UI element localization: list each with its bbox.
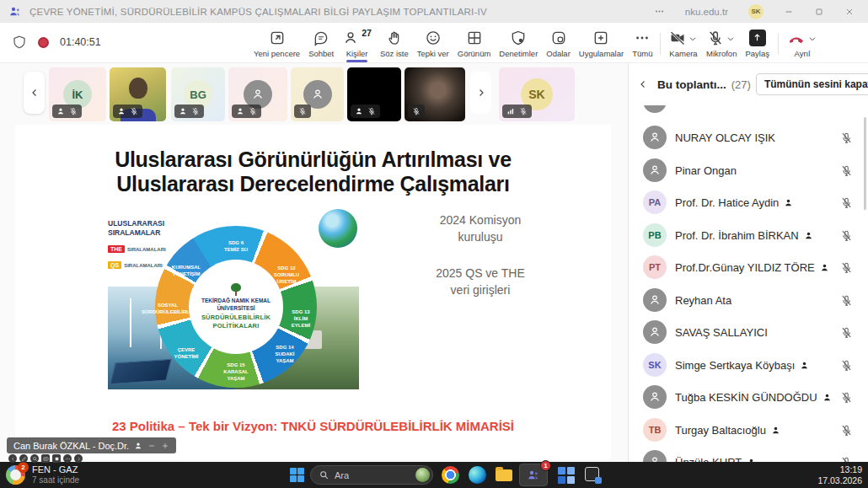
participant-mic-muted-icon[interactable] — [840, 294, 853, 307]
leave-chevron-icon[interactable] — [807, 34, 817, 44]
presenter-person-icon — [134, 442, 142, 450]
shared-presentation-slide: Uluslararası Görünürlüğün Artırılması ve… — [15, 125, 611, 459]
participant-row[interactable]: PB Prof. Dr. İbrahim BİRKAN — [629, 219, 868, 251]
participant-tile-video[interactable] — [405, 67, 465, 121]
search-daily-image — [415, 468, 430, 482]
participant-tile[interactable]: SK — [499, 67, 575, 121]
annot-pen-icon[interactable] — [19, 454, 28, 463]
participant-row[interactable]: TB Turgay Baltacıoğlu — [629, 414, 868, 446]
participant-mic-muted-icon[interactable] — [840, 261, 853, 274]
panel-back-icon[interactable] — [637, 78, 649, 90]
titlebar-more-icon[interactable] — [654, 6, 665, 17]
participant-mic-muted-icon[interactable] — [840, 359, 853, 372]
chat-button[interactable]: Sohbet — [304, 24, 338, 62]
participant-row[interactable]: SK Simge Sertkaya Köybaşı — [629, 349, 868, 381]
panel-scrollbar[interactable] — [864, 117, 866, 210]
participant-mic-muted-icon[interactable] — [840, 229, 853, 242]
participant-mic-muted-icon[interactable] — [840, 164, 853, 177]
participant-row[interactable]: SAVAŞ SALLAYICI — [629, 316, 868, 348]
snipping-tool-icon[interactable] — [585, 467, 599, 481]
participant-mic-muted-icon[interactable] — [840, 456, 853, 463]
participant-tile[interactable] — [228, 67, 287, 121]
minimize-button[interactable] — [784, 7, 794, 17]
microphone-button[interactable]: Mikrofon — [702, 24, 741, 62]
participant-row[interactable]: PT Prof.Dr.Günay YILDIZ TÖRE — [629, 251, 868, 283]
participant-name: NURAY OLCAY IŞIK — [675, 131, 775, 144]
weather-widget[interactable]: 2 FEN - GAZ 7 saat içinde — [6, 464, 79, 485]
more-options-button[interactable]: Tümü — [628, 24, 656, 62]
participant-row[interactable]: Reyhan Ata — [629, 284, 868, 316]
maximize-button[interactable] — [814, 7, 824, 17]
start-button[interactable] — [290, 468, 304, 482]
chrome-icon[interactable] — [442, 466, 459, 484]
button-label: Ayrıl — [795, 49, 811, 58]
apps-button[interactable]: Uygulamalar — [575, 24, 628, 62]
new-window-button[interactable]: Yeni pencere — [249, 24, 304, 62]
participant-tile[interactable] — [291, 67, 344, 121]
leave-button[interactable]: Ayrıl — [783, 24, 822, 62]
mute-all-button[interactable]: Tümünün sesini kapat — [756, 73, 868, 95]
button-label: Sohbet — [308, 49, 334, 58]
slide-title: Uluslararası Görünürlüğün Artırılması ve… — [15, 147, 611, 196]
window-titlebar: ÇEVRE YÖNETİMİ, SÜRDÜRÜLEBİLİR KAMPÜS ÇA… — [0, 0, 868, 23]
annot-zoom-icon[interactable] — [30, 454, 39, 463]
controls-button[interactable]: Denetimler — [495, 24, 542, 62]
annot-more-icon[interactable] — [63, 454, 72, 463]
filmstrip-next-button[interactable] — [470, 72, 491, 114]
qs-logo: QS — [108, 261, 121, 269]
view-button[interactable]: Görünüm — [453, 24, 496, 62]
participant-avatar: PA — [643, 190, 667, 214]
button-label: Tepki ver — [417, 49, 449, 58]
file-explorer-icon[interactable] — [496, 469, 512, 481]
close-window-button[interactable] — [844, 7, 855, 17]
react-button[interactable]: Tepki ver — [413, 24, 453, 62]
people-button[interactable]: 27 Kişiler — [338, 24, 376, 62]
participant-tile-camera-off[interactable] — [347, 67, 401, 121]
participant-mic-muted-icon[interactable] — [840, 131, 853, 144]
breakout-rooms-icon — [550, 29, 567, 46]
participant-row[interactable]: Ünzüle KURT — [629, 446, 868, 462]
camera-off-icon — [669, 29, 686, 46]
participant-row[interactable]: PA Prof. Dr. Hatice Aydin — [629, 186, 868, 218]
microphone-chevron-icon[interactable] — [726, 34, 736, 44]
account-domain: nku.edu.tr — [685, 7, 728, 17]
filmstrip-prev-button[interactable] — [24, 72, 45, 114]
participant-mic-muted-icon[interactable] — [840, 196, 853, 209]
segment-cevre: ÇEVRE YÖNETİMİ — [160, 346, 212, 360]
annot-next-icon[interactable] — [74, 454, 83, 463]
share-button[interactable]: Paylaş — [741, 24, 774, 62]
edge-icon[interactable] — [469, 466, 486, 484]
button-label: Tümü — [632, 49, 652, 58]
participant-mic-muted-icon[interactable] — [840, 326, 853, 339]
taskbar-clock[interactable]: 13:19 17.03.2026 — [817, 464, 862, 486]
search-placeholder: Ara — [335, 470, 410, 480]
camera-chevron-icon[interactable] — [688, 34, 698, 44]
participant-row[interactable]: Tuğba KESKİN GÜNDOĞDU — [629, 381, 868, 413]
rooms-button[interactable]: Odalar — [542, 24, 575, 62]
account-avatar[interactable]: SK — [748, 4, 764, 19]
raise-hand-button[interactable]: Söz iste — [376, 24, 413, 62]
office-app-icon[interactable] — [558, 467, 576, 485]
participant-video-face — [129, 78, 147, 99]
recording-indicator-icon — [38, 37, 49, 48]
annot-stop-icon[interactable] — [52, 454, 61, 463]
camera-button[interactable]: Kamera — [665, 24, 702, 62]
participant-row[interactable]: NURAY OLCAY IŞIK — [629, 121, 868, 153]
earth-globe-image — [319, 209, 357, 248]
annot-prev-icon[interactable] — [8, 454, 17, 463]
zoom-out-button[interactable] — [147, 442, 156, 450]
teams-taskbar-icon[interactable]: 1 — [519, 464, 548, 486]
taskbar-search-box[interactable]: Ara — [310, 465, 433, 485]
participant-tile-video[interactable] — [110, 67, 166, 121]
zoom-in-button[interactable] — [161, 442, 169, 450]
annot-cc-icon[interactable] — [41, 454, 50, 463]
participant-row[interactable]: Pinar Ongan — [629, 154, 868, 186]
international-rankings-block: ULUSLARARASI SIRALAMALAR THE SIRALAMALAR… — [108, 219, 165, 269]
the-rankings-label: SIRALAMALARI — [127, 247, 166, 252]
participant-tile[interactable]: BG — [171, 67, 225, 121]
participant-mic-muted-icon[interactable] — [840, 424, 853, 437]
participant-mic-muted-icon[interactable] — [840, 391, 853, 404]
participant-tile[interactable]: İK — [49, 67, 106, 121]
participant-avatar — [643, 126, 667, 149]
widget-gauge-icon: 2 — [6, 465, 25, 485]
